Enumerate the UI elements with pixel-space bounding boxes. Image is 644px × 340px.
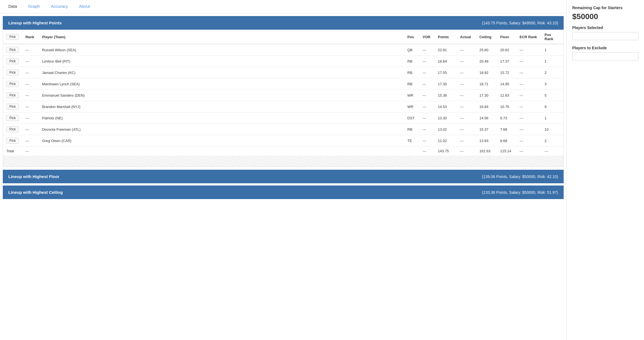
pick-button-3[interactable]: Pick [6, 81, 19, 87]
table-row: Pick --- Jamaal Charles (KC) RB --- 17.5… [3, 67, 563, 78]
cell-player-5: Brandon Marshall (NYJ) [39, 101, 404, 112]
cell-pos-6: DST [404, 112, 419, 124]
pick-button-5[interactable]: Pick [6, 104, 19, 110]
highest-points-header: Lineup with Highest Points (143.75 Point… [3, 16, 564, 30]
cell-pick-2: Pick [3, 67, 22, 78]
tab-accuracy[interactable]: Accuracy [45, 0, 73, 13]
total-rank: --- [22, 146, 39, 156]
cell-actual-7: --- [457, 124, 476, 135]
cell-actual-6: --- [457, 112, 476, 124]
cell-ecr-8: --- [516, 135, 541, 146]
cell-points-8: 11.02 [435, 135, 457, 146]
col-header-vor: VOR [419, 30, 435, 44]
empty-space [3, 156, 563, 167]
cell-posrank-2: 2 [541, 67, 563, 78]
col-header-player: Player (Team) [39, 30, 404, 44]
cell-vor-8: --- [419, 135, 435, 146]
cell-pick-0: Pick [3, 44, 22, 56]
highest-ceiling-title: Lineup with Highest Ceiling [8, 190, 63, 195]
total-floor: 115.14 [497, 146, 516, 156]
highest-floor-summary: (139.06 Points, Salary: $50000, Risk: 42… [482, 174, 558, 179]
table-row: Pick --- Patriots (NE) DST --- 13.30 ---… [3, 112, 563, 124]
cell-floor-3: 14.95 [497, 78, 516, 90]
table-row: Pick --- Marshawn Lynch (SEA) RB --- 17.… [3, 78, 563, 90]
table-row: Pick --- Devonta Freeman (ATL) RB --- 13… [3, 124, 563, 135]
cell-pos-5: WR [404, 101, 419, 112]
cell-rank-8: --- [22, 135, 39, 146]
total-ceiling: 161.63 [476, 146, 497, 156]
bottom-sections: Lineup with Highest Floor (139.06 Points… [3, 170, 564, 199]
col-header-ceiling: Ceiling [476, 30, 497, 44]
cell-vor-5: --- [419, 101, 435, 112]
cell-points-3: 17.30 [435, 78, 457, 90]
cell-posrank-4: 5 [541, 90, 563, 101]
players-selected-input[interactable] [572, 32, 638, 40]
col-header-ecr: ECR Rank [516, 30, 541, 44]
cell-actual-4: --- [457, 90, 476, 101]
cell-floor-2: 15.72 [497, 67, 516, 78]
total-player [39, 146, 404, 156]
cell-pos-2: RB [404, 67, 419, 78]
cell-posrank-7: 10 [541, 124, 563, 135]
cell-posrank-6: 1 [541, 112, 563, 124]
pick-button-7[interactable]: Pick [6, 126, 19, 132]
cell-ceiling-7: 15.37 [476, 124, 497, 135]
cell-pos-0: QB [404, 44, 419, 56]
cell-actual-8: --- [457, 135, 476, 146]
total-actual: --- [457, 146, 476, 156]
cell-pick-7: Pick [3, 124, 22, 135]
pick-button-1[interactable]: Pick [6, 58, 19, 64]
highest-floor-title: Lineup with Highest Floor [8, 174, 59, 179]
cell-actual-1: --- [457, 56, 476, 67]
players-selected-label: Players Selected [572, 25, 638, 30]
pick-button-6[interactable]: Pick [6, 115, 19, 121]
pick-button-0[interactable]: Pick [6, 47, 19, 53]
cell-points-2: 17.55 [435, 67, 457, 78]
pick-all-button[interactable]: Pick [6, 34, 19, 40]
players-exclude-input[interactable] [572, 52, 638, 60]
cell-vor-0: --- [419, 44, 435, 56]
cell-actual-5: --- [457, 101, 476, 112]
cell-player-2: Jamaal Charles (KC) [39, 67, 404, 78]
cell-pick-5: Pick [3, 101, 22, 112]
cell-pos-7: RB [404, 124, 419, 135]
total-pos [404, 146, 419, 156]
cell-pick-3: Pick [3, 78, 22, 90]
col-header-points: Points [435, 30, 457, 44]
cell-points-1: 18.84 [435, 56, 457, 67]
players-exclude-label: Players to Exclude [572, 46, 638, 50]
highest-points-summary: (143.75 Points, Salary: $49500, Risk: 43… [482, 21, 558, 25]
cell-player-1: LeVeon Bell (PIT) [39, 56, 404, 67]
cell-posrank-3: 3 [541, 78, 563, 90]
cell-ecr-3: --- [516, 78, 541, 90]
cell-player-0: Russell Wilson (SEA) [39, 44, 404, 56]
cell-ceiling-0: 25.60 [476, 44, 497, 56]
highest-points-title: Lineup with Highest Points [8, 20, 62, 25]
pick-button-2[interactable]: Pick [6, 69, 19, 76]
cell-actual-3: --- [457, 78, 476, 90]
highest-floor-header: Lineup with Highest Floor (139.06 Points… [3, 170, 564, 183]
cell-pick-8: Pick [3, 135, 22, 146]
cell-posrank-0: 1 [541, 44, 563, 56]
pick-button-8[interactable]: Pick [6, 138, 19, 144]
cell-posrank-5: 9 [541, 101, 563, 112]
tab-about[interactable]: About [73, 0, 95, 13]
cell-actual-2: --- [457, 67, 476, 78]
highest-points-table-container: Pick Rank Player (Team) Pos VOR Points A… [3, 30, 564, 167]
cell-posrank-1: 1 [541, 56, 563, 67]
cell-floor-5: 10.76 [497, 101, 516, 112]
cell-rank-2: --- [22, 67, 39, 78]
cell-player-4: Emmanuel Sanders (DEN) [39, 90, 404, 101]
total-label: Total [3, 146, 22, 156]
remaining-cap-label: Remaining Cap for Starters [572, 6, 638, 10]
tab-data[interactable]: Data [3, 0, 23, 13]
cell-ecr-0: --- [516, 44, 541, 56]
cell-floor-6: 6.73 [497, 112, 516, 124]
cell-rank-4: --- [22, 90, 39, 101]
highest-ceiling-header: Lineup with Highest Ceiling (133.36 Poin… [3, 186, 564, 199]
col-header-rank: Rank [22, 30, 39, 44]
cell-posrank-8: 2 [541, 135, 563, 146]
col-header-pick: Pick [3, 30, 22, 44]
pick-button-4[interactable]: Pick [6, 92, 19, 98]
tab-graph[interactable]: Graph [23, 0, 45, 13]
